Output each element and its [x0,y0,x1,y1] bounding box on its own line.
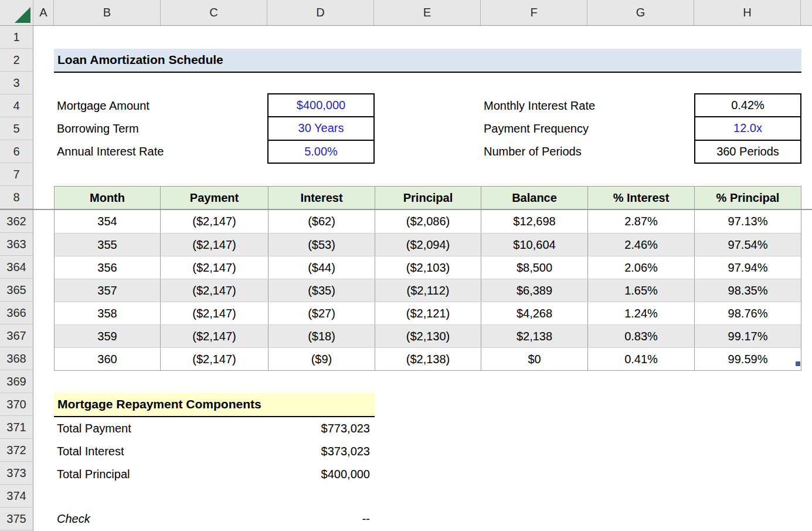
row-header-362[interactable]: 362 [0,210,33,233]
header-interest[interactable]: Interest [269,187,375,209]
sheet-title[interactable]: Loan Amortization Schedule [54,49,801,73]
row-header-8[interactable]: 8 [0,186,33,209]
annual-interest-rate-label[interactable]: Annual Interest Rate [57,140,268,163]
cell-pct-principal[interactable]: 99.17% [695,325,801,347]
column-header-d[interactable]: D [267,0,374,25]
cell-payment[interactable]: ($2,147) [161,210,269,233]
cell-payment[interactable]: ($2,147) [161,279,269,302]
cell-interest[interactable]: ($35) [269,279,375,302]
cell-balance[interactable]: $0 [481,348,588,370]
cell-principal[interactable]: ($2,086) [375,210,481,233]
cell-balance[interactable]: $12,698 [481,210,588,233]
row-header-7[interactable]: 7 [0,163,33,186]
monthly-interest-rate-value[interactable]: 0.42% [695,94,800,116]
cell-interest[interactable]: ($53) [269,234,375,256]
row-header-368[interactable]: 368 [0,347,33,370]
cell-principal[interactable]: ($2,112) [375,279,481,302]
cell-pct-interest[interactable]: 0.41% [588,348,695,370]
header-pct-principal[interactable]: % Principal [695,187,801,209]
cell-month[interactable]: 360 [55,348,161,370]
cell-balance[interactable]: $4,268 [481,302,588,324]
mortgage-amount-input[interactable]: $400,000 [269,94,373,116]
row-header-4[interactable]: 4 [0,94,33,117]
row-header-374[interactable]: 374 [0,485,33,508]
cell-month[interactable]: 358 [55,302,161,324]
cell-payment[interactable]: ($2,147) [161,348,269,370]
row-header-370[interactable]: 370 [0,393,33,416]
cell-payment[interactable]: ($2,147) [161,325,269,347]
cell-balance[interactable]: $8,500 [481,256,588,279]
cell-payment[interactable]: ($2,147) [161,256,269,279]
total-payment-value[interactable]: $773,023 [321,422,370,435]
cell-pct-interest[interactable]: 2.06% [588,256,695,279]
borrowing-term-input[interactable]: 30 Years [269,116,373,139]
row-header-1[interactable]: 1 [0,26,33,49]
cell-interest[interactable]: ($27) [269,302,375,324]
row-header-363[interactable]: 363 [0,233,33,256]
cell-pct-interest[interactable]: 1.65% [588,279,695,302]
cell-pct-principal[interactable]: 99.59% [695,348,801,370]
number-of-periods-value[interactable]: 360 Periods [695,140,800,163]
cell-month[interactable]: 355 [55,234,161,256]
fill-handle[interactable] [796,361,800,366]
payment-frequency-input[interactable]: 12.0x [695,116,800,139]
summary-title[interactable]: Mortgage Repayment Components [54,393,375,417]
check-label[interactable]: Check [57,512,90,526]
total-interest-value[interactable]: $373,023 [321,445,370,458]
monthly-interest-rate-label[interactable]: Monthly Interest Rate [484,94,695,117]
cell-balance[interactable]: $2,138 [481,325,588,347]
column-header-g[interactable]: G [587,0,694,25]
column-header-b[interactable]: B [54,0,161,25]
cell-pct-interest[interactable]: 1.24% [588,302,695,324]
total-interest-label[interactable]: Total Interest [57,445,124,458]
column-header-f[interactable]: F [481,0,587,25]
header-balance[interactable]: Balance [481,187,588,209]
cell-interest[interactable]: ($44) [269,256,375,279]
header-payment[interactable]: Payment [161,187,269,209]
row-header-371[interactable]: 371 [0,416,33,439]
cell-pct-interest[interactable]: 2.87% [588,210,695,233]
cell-pct-principal[interactable]: 97.54% [695,234,801,256]
cell-principal[interactable]: ($2,138) [375,348,481,370]
cell-month[interactable]: 359 [55,325,161,347]
cell-pct-principal[interactable]: 97.13% [695,210,801,233]
row-header-2[interactable]: 2 [0,49,33,72]
cell-pct-principal[interactable]: 98.35% [695,279,801,302]
cell-interest[interactable]: ($9) [269,348,375,370]
cell-pct-principal[interactable]: 97.94% [695,256,801,279]
total-principal-label[interactable]: Total Principal [57,468,130,481]
row-header-369[interactable]: 369 [0,370,33,393]
cell-month[interactable]: 357 [55,279,161,302]
total-principal-value[interactable]: $400,000 [321,468,370,481]
payment-frequency-label[interactable]: Payment Frequency [484,117,695,140]
row-header-5[interactable]: 5 [0,117,33,140]
cell-interest[interactable]: ($62) [269,210,375,233]
check-value[interactable]: -- [362,512,370,526]
select-all-corner[interactable] [0,0,33,25]
number-of-periods-label[interactable]: Number of Periods [484,140,695,163]
cell-balance[interactable]: $10,604 [481,234,588,256]
row-header-3[interactable]: 3 [0,72,33,94]
cell-balance[interactable]: $6,389 [481,279,588,302]
cell-interest[interactable]: ($18) [269,325,375,347]
header-pct-interest[interactable]: % Interest [588,187,695,209]
row-header-6[interactable]: 6 [0,140,33,163]
column-header-c[interactable]: C [161,0,267,25]
cell-month[interactable]: 356 [55,256,161,279]
row-header-365[interactable]: 365 [0,279,33,302]
borrowing-term-label[interactable]: Borrowing Term [57,117,268,140]
row-header-367[interactable]: 367 [0,324,33,347]
row-header-366[interactable]: 366 [0,302,33,324]
cell-payment[interactable]: ($2,147) [161,234,269,256]
cell-pct-interest[interactable]: 0.83% [588,325,695,347]
column-header-i-partial[interactable] [801,0,812,25]
annual-interest-rate-input[interactable]: 5.00% [269,140,373,163]
column-header-h[interactable]: H [694,0,801,25]
cell-principal[interactable]: ($2,121) [375,302,481,324]
row-header-372[interactable]: 372 [0,439,33,462]
cell-payment[interactable]: ($2,147) [161,302,269,324]
total-payment-label[interactable]: Total Payment [57,422,131,435]
cell-principal[interactable]: ($2,103) [375,256,481,279]
cell-pct-interest[interactable]: 2.46% [588,234,695,256]
row-header-373[interactable]: 373 [0,462,33,485]
